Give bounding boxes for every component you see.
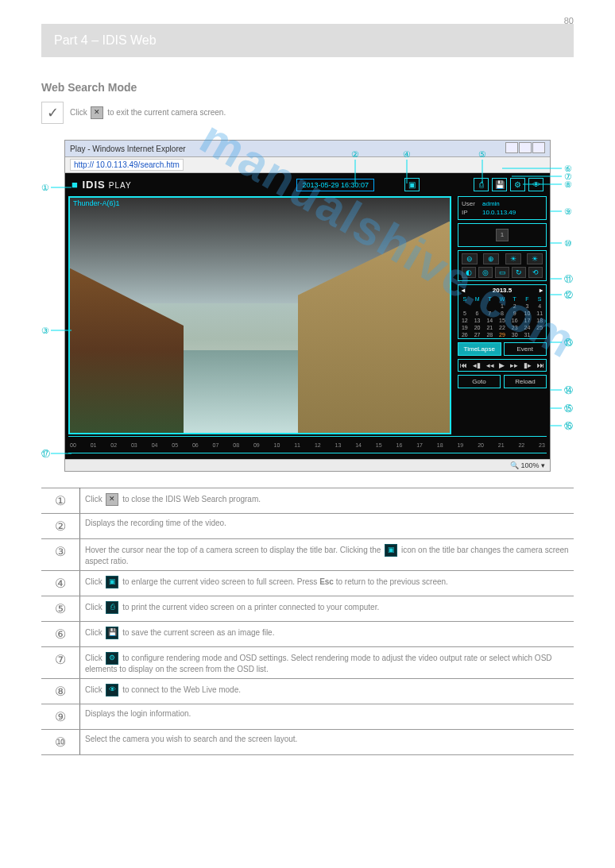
svg-text:⑥: ⑥ [564, 164, 572, 173]
window-buttons[interactable] [505, 142, 545, 155]
fast-fwd-icon[interactable]: ▸▸ [510, 361, 518, 369]
calendar[interactable]: ◂2013.5▸ SMTWTFS 1234 567891011 12131415… [458, 284, 547, 339]
check-mark-icon: ✓ [41, 102, 64, 124]
svg-text:⑧: ⑧ [564, 179, 572, 189]
svg-text:⑨: ⑨ [564, 206, 572, 216]
svg-text:⑮: ⑮ [564, 403, 573, 413]
mode-title: Web Search Mode [41, 81, 574, 94]
video-screen[interactable]: Thunder-A(6)1 [68, 196, 451, 434]
logo: ■ IDISPLAY [72, 179, 132, 191]
zoom-out-icon[interactable]: ⊖ [462, 253, 478, 264]
print-inline-icon: ⎙ [106, 601, 118, 614]
gear-icon[interactable]: ⚙ [510, 178, 525, 191]
timeline[interactable]: 0001020304050607080910111213141516171819… [68, 436, 547, 453]
reload-button[interactable]: Reload [504, 375, 547, 388]
gear-inline-icon: ⚙ [106, 652, 118, 665]
tab-timelapse[interactable]: TimeLapse [458, 342, 501, 356]
rotate-icon[interactable]: ↻ [512, 267, 526, 278]
step-fwd-icon[interactable]: ▮▸ [524, 361, 532, 369]
close-x-icon: ✕ [91, 106, 103, 119]
weblive-icon[interactable]: 👁 [528, 178, 543, 191]
camera-selector[interactable]: 1 [458, 223, 547, 247]
login-info: Useradmin IP10.0.113.49 [458, 196, 547, 220]
window-title: Play - Windows Internet Explorer [70, 145, 186, 153]
svg-text:①: ① [41, 183, 49, 192]
image-controls[interactable]: ⊖ ⊕ ☀ ☀ ◐ ◎ ▭ ↻ ⟲ [458, 250, 547, 281]
reset-icon[interactable]: ⟲ [528, 267, 543, 278]
browser-window: Play - Windows Internet Explorer http://… [64, 140, 551, 472]
svg-text:③: ③ [41, 326, 49, 335]
eye-inline-icon: 👁 [106, 684, 118, 696]
close-icon: ✕ [106, 493, 118, 506]
page-number: 80 [564, 16, 574, 25]
save-image-icon[interactable]: 💾 [492, 178, 507, 191]
svg-text:⑦: ⑦ [564, 172, 572, 181]
svg-text:⑯: ⑯ [564, 421, 573, 430]
cal-prev-icon[interactable]: ◂ [462, 287, 465, 294]
browser-status: 🔍 100% ▾ [65, 459, 550, 471]
aspect-icon[interactable]: ▭ [495, 267, 509, 278]
last-icon[interactable]: ⏭ [537, 361, 544, 369]
fullscreen-inline-icon: ▣ [106, 576, 118, 588]
first-icon[interactable]: ⏮ [460, 361, 467, 369]
svg-text:⑩: ⑩ [564, 238, 572, 248]
url-field[interactable]: http:// 10.0.113.49/search.htm [70, 159, 184, 171]
print-icon[interactable]: ⎙ [474, 178, 489, 191]
section-heading: Part 4 – IDIS Web [41, 24, 574, 57]
playback-controls[interactable]: ⏮ ◂▮ ◂◂ ▶ ▸▸ ▮▸ ⏭ [458, 359, 547, 372]
svg-text:⑰: ⑰ [41, 449, 50, 458]
save-inline-icon: 💾 [106, 627, 118, 639]
bright-up-icon[interactable]: ☀ [527, 253, 543, 264]
checkbox-note: Click ✕ Click X to exit the current came… [70, 102, 226, 119]
svg-text:⑫: ⑫ [564, 290, 573, 299]
saturation-icon[interactable]: ◎ [478, 267, 493, 278]
contrast-icon[interactable]: ◐ [462, 267, 476, 278]
svg-text:⑪: ⑪ [564, 274, 573, 284]
camera-title: Thunder-A(6)1 [73, 199, 120, 207]
aspect-inline-icon: ▣ [385, 544, 397, 557]
svg-text:⑭: ⑭ [564, 385, 573, 395]
tab-event[interactable]: Event [504, 342, 547, 356]
cal-next-icon[interactable]: ▸ [540, 287, 543, 294]
search-mode-tabs[interactable]: TimeLapse Event [458, 342, 547, 356]
rewind-icon[interactable]: ◂◂ [486, 361, 494, 369]
svg-text:⑬: ⑬ [564, 338, 573, 347]
bright-down-icon[interactable]: ☀ [505, 253, 521, 264]
datetime-display: 2013-05-29 16:30:07 [296, 179, 374, 191]
goto-button[interactable]: Goto [458, 375, 501, 388]
fullscreen-icon[interactable]: ▣ [404, 178, 420, 191]
zoom-in-icon[interactable]: ⊕ [483, 253, 499, 264]
callout-table: ①Click ✕ to close the IDIS Web Search pr… [41, 488, 574, 755]
play-icon[interactable]: ▶ [499, 361, 505, 369]
step-back-icon[interactable]: ◂▮ [473, 361, 481, 369]
